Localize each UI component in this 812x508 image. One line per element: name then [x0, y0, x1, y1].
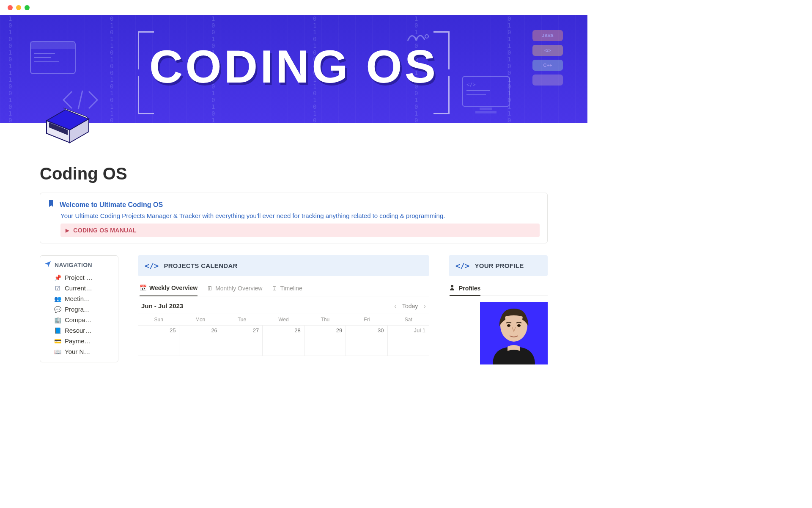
page-cover: 1 0 1 0 0 1 0 1 1 1 0 0 1 0 1 0 0 1 0 1 … [0, 15, 587, 123]
calendar-day-number: 25 [170, 327, 176, 334]
nav-item[interactable]: 📖Your N… [44, 346, 114, 357]
language-badges-icon: JAVA </> C++ [528, 28, 566, 91]
timeline-icon: 🗓 [272, 285, 277, 292]
nav-item[interactable]: 📘Resour… [44, 325, 114, 336]
card-icon: 💳 [54, 338, 61, 345]
calendar-tab[interactable]: 🗓Timeline [272, 282, 302, 296]
page-content: Coding OS Welcome to Ultimate Coding OS … [0, 123, 587, 364]
nav-item[interactable]: 📌Project … [44, 272, 114, 283]
close-window-button[interactable] [8, 5, 13, 10]
calendar-day-cell[interactable]: 28 [263, 326, 304, 356]
matrix-decoration: 0 1 0 1 1 0 1 0 0 1 0 1 0 1 1 0 [110, 15, 118, 123]
calendar-day-number: 30 [378, 327, 384, 334]
calendar-prev-button[interactable]: ‹ [394, 303, 396, 309]
svg-point-28 [517, 324, 521, 327]
book-icon: 📘 [54, 327, 61, 334]
notebook-icon: 📖 [54, 348, 61, 355]
tab-label: Monthly Overview [215, 285, 262, 292]
calendar-toolbar: Jun - Jul 2023 ‹ Today › [138, 296, 429, 314]
callout-heading-text: Welcome to Ultimate Coding OS [60, 201, 163, 209]
nav-item-label: Project … [65, 274, 93, 281]
calendar-next-button[interactable]: › [424, 303, 426, 309]
callout-heading: Welcome to Ultimate Coding OS [48, 200, 540, 210]
code-icon: </> [455, 261, 469, 270]
minimize-window-button[interactable] [16, 5, 21, 10]
matrix-decoration: 1 0 1 0 0 1 0 1 1 1 0 0 1 0 1 0 [8, 15, 16, 123]
calendar-day-number: 26 [211, 327, 217, 334]
calendar-day-number: Jul 1 [414, 327, 425, 334]
window-icon [30, 41, 76, 75]
svg-rect-7 [475, 111, 497, 113]
calendar-dow: Wed [263, 314, 304, 325]
nav-item[interactable]: 💬Progra… [44, 304, 114, 315]
calendar-days-row: 252627282930Jul 1 [138, 325, 429, 356]
tab-label: Timeline [280, 285, 302, 292]
nav-item-label: Resour… [65, 327, 91, 334]
page-title: Coding OS [40, 164, 548, 183]
nav-item[interactable]: 👥Meetin… [44, 293, 114, 304]
calendar-day-number: 29 [336, 327, 342, 334]
svg-point-27 [507, 324, 510, 327]
navigation-heading-text: NAVIGATION [55, 262, 92, 268]
manual-toggle[interactable]: ▶ CODING OS MANUAL [60, 224, 540, 237]
svg-text:</>: </> [544, 48, 551, 53]
nav-item[interactable]: 💳Payme… [44, 336, 114, 346]
section-title: YOUR PROFILE [475, 262, 524, 269]
calendar-day-number: 27 [253, 327, 259, 334]
profile-section-header: </> YOUR PROFILE [449, 255, 548, 276]
svg-rect-5 [463, 77, 509, 106]
people-icon: 👥 [54, 295, 61, 302]
calendar-day-number: 28 [294, 327, 300, 334]
play-icon: ▶ [66, 228, 69, 233]
calendar-range-label: Jun - Jul 2023 [141, 302, 183, 309]
profiles-tab[interactable]: Profiles [449, 282, 548, 296]
svg-rect-17 [532, 75, 563, 86]
svg-text:</>: </> [466, 82, 476, 88]
monitor-icon: </> [461, 75, 511, 117]
maximize-window-button[interactable] [25, 5, 30, 10]
calendar-dow: Fri [346, 314, 387, 325]
nav-item-label: Payme… [65, 337, 91, 345]
calendar-day-cell[interactable]: 27 [221, 326, 263, 356]
calendar-day-cell[interactable]: 26 [179, 326, 221, 356]
calendar-day-cell[interactable]: 25 [138, 326, 179, 356]
nav-item-label: Compa… [65, 316, 91, 323]
cover-title: CODING OS [149, 39, 439, 93]
chat-icon: 💬 [54, 306, 61, 313]
calendar-tab[interactable]: 📅Weekly Overview [140, 282, 198, 296]
projects-calendar-header: </> PROJECTS CALENDAR [138, 255, 429, 276]
svg-point-18 [425, 35, 428, 38]
pushpin-icon: 📌 [54, 274, 61, 281]
profiles-tab-label: Profiles [459, 285, 480, 292]
profile-avatar[interactable] [480, 302, 548, 364]
code-icon: </> [145, 261, 159, 270]
svg-text:JAVA: JAVA [542, 33, 554, 38]
projects-calendar-section: </> PROJECTS CALENDAR 📅Weekly Overview🗓M… [138, 255, 429, 356]
calendar-dow: Tue [221, 314, 263, 325]
welcome-callout: Welcome to Ultimate Coding OS Your Ultim… [40, 193, 548, 243]
calendar-month-icon: 🗓 [207, 285, 213, 292]
calendar-dow: Thu [304, 314, 346, 325]
navigation-card: NAVIGATION 📌Project …☑Current…👥Meetin…💬P… [40, 255, 118, 362]
laptop-page-icon[interactable] [42, 108, 93, 154]
checklist-icon: ☑ [54, 285, 61, 292]
calendar-day-cell[interactable]: 30 [346, 326, 387, 356]
calendar-today-button[interactable]: Today [402, 303, 418, 309]
location-arrow-icon [44, 261, 51, 269]
manual-label: CODING OS MANUAL [73, 227, 136, 234]
nav-item-label: Your N… [65, 348, 90, 355]
calendar-tab[interactable]: 🗓Monthly Overview [207, 282, 262, 296]
svg-rect-1 [30, 41, 75, 49]
navigation-heading: NAVIGATION [44, 261, 114, 269]
tab-label: Weekly Overview [149, 284, 198, 291]
window-titlebar [0, 0, 587, 15]
calendar-week-icon: 📅 [140, 284, 147, 291]
person-icon [450, 285, 456, 292]
calendar-day-cell[interactable]: 29 [304, 326, 346, 356]
callout-subtitle: Your Ultimate Coding Projects Manager & … [60, 212, 540, 219]
calendar-day-cell[interactable]: Jul 1 [388, 326, 429, 356]
nav-item[interactable]: ☑Current… [44, 283, 114, 293]
calendar-dow-row: SunMonTueWedThuFriSat [138, 314, 429, 325]
nav-item-label: Progra… [65, 306, 90, 313]
nav-item[interactable]: 🏢Compa… [44, 315, 114, 325]
